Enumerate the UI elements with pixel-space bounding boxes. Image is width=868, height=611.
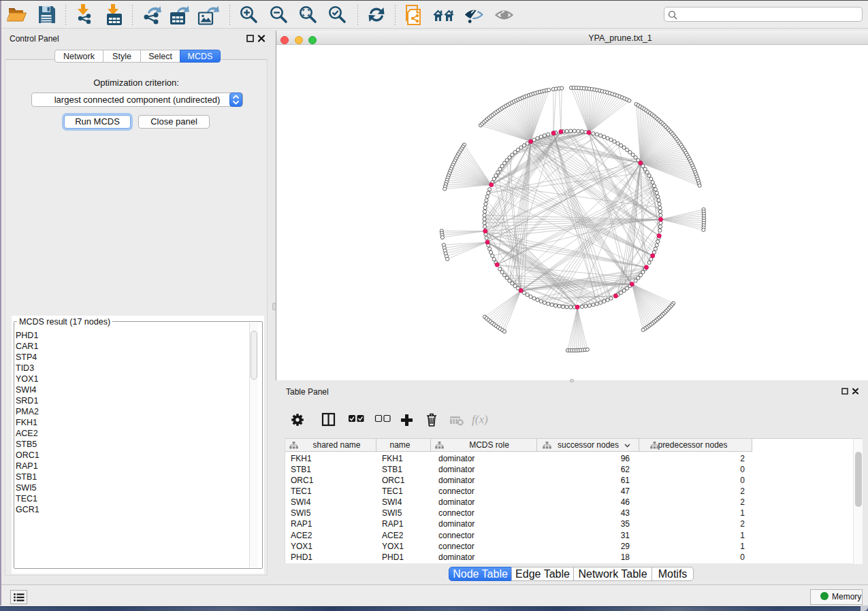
svg-text:f(x): f(x) [472, 413, 488, 426]
